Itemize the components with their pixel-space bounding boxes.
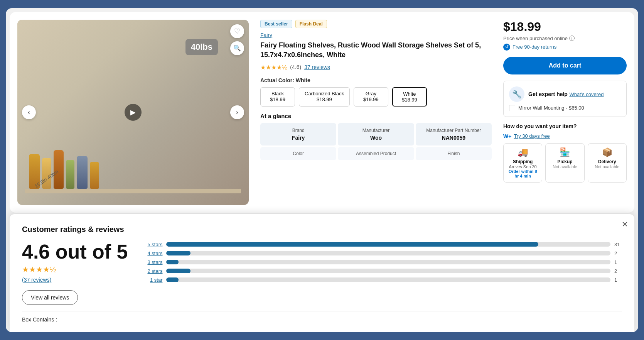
bar-fill-1 bbox=[166, 277, 178, 282]
delivery-unavail: Not available bbox=[590, 164, 624, 169]
bottle-6 bbox=[90, 162, 99, 189]
shipping-sub: Arrives Sep 20 bbox=[506, 164, 539, 169]
play-button[interactable]: ▶ bbox=[125, 104, 142, 121]
wishlist-button[interactable]: ♡ bbox=[230, 24, 244, 38]
glance-part-number: Manufacturer Part Number NAN0059 bbox=[416, 123, 492, 145]
bottle-5 bbox=[77, 156, 88, 189]
bar-label-3[interactable]: 3 stars bbox=[143, 259, 162, 265]
color-black[interactable]: Black $18.99 bbox=[260, 87, 295, 107]
delivery-icon: 📦 bbox=[590, 147, 624, 157]
color-label: Actual Color: White bbox=[260, 77, 492, 83]
pickup-icon: 🏪 bbox=[548, 147, 582, 157]
price-main: $18.99 bbox=[503, 20, 627, 34]
bar-label-5[interactable]: 5 stars bbox=[143, 242, 162, 247]
main-content: 15.8in 40cm ▶ 40lbs ♡ 🔍 ‹ › Best seller … bbox=[10, 12, 634, 213]
mirror-mounting-row: Mirror Wall Mounting - $65.00 bbox=[509, 105, 621, 111]
brand-link[interactable]: Fairy bbox=[260, 32, 492, 38]
bar-track-4 bbox=[166, 251, 610, 255]
bar-count-5: 31 bbox=[614, 242, 622, 247]
bar-label-2[interactable]: 2 stars bbox=[143, 268, 162, 274]
reviews-close-button[interactable]: ✕ bbox=[622, 220, 628, 229]
shelf-bar bbox=[25, 189, 241, 193]
color-gray-name: Gray bbox=[359, 91, 383, 96]
color-options: Black $18.99 Carbonized Black $18.99 Gra… bbox=[260, 87, 492, 107]
reviews-title: Customer ratings & reviews bbox=[22, 225, 622, 234]
at-a-glance-title: At a glance bbox=[260, 113, 492, 119]
star-rating: ★★★★½ bbox=[260, 64, 287, 71]
bar-row-1: 1 star 1 bbox=[143, 277, 622, 283]
shipping-title: Shipping bbox=[506, 159, 539, 164]
price-sub-label: Price when purchased online bbox=[503, 36, 568, 41]
shipping-card[interactable]: 🚚 Shipping Arrives Sep 20 Order within 8… bbox=[503, 143, 542, 183]
pickup-title: Pickup bbox=[548, 159, 582, 164]
reviews-overlay: ✕ Customer ratings & reviews 4.6 out of … bbox=[10, 214, 634, 332]
product-image-section: 15.8in 40cm ▶ 40lbs ♡ 🔍 ‹ › bbox=[17, 20, 249, 205]
bar-fill-2 bbox=[166, 269, 190, 273]
bar-track-3 bbox=[166, 260, 610, 264]
glance-part-number-value: NAN0059 bbox=[420, 135, 488, 141]
color-white[interactable]: White $18.99 bbox=[392, 87, 427, 107]
color-black-price: $18.99 bbox=[266, 96, 289, 102]
color-black-name: Black bbox=[266, 91, 289, 96]
glance-assembled: Assembled Product bbox=[338, 147, 414, 160]
color-carbonized-price: $18.99 bbox=[305, 96, 344, 102]
rating-row: ★★★★½ (4.6) 37 reviews bbox=[260, 64, 492, 71]
pickup-card[interactable]: 🏪 Pickup Not available bbox=[545, 143, 584, 183]
bar-row-4: 4 stars 2 bbox=[143, 250, 622, 256]
glance-finish-label: Finish bbox=[420, 151, 488, 156]
delivery-card[interactable]: 📦 Delivery Not available bbox=[588, 143, 627, 183]
shelf-visual bbox=[25, 132, 241, 193]
view-all-reviews-button[interactable]: View all reviews bbox=[22, 290, 78, 305]
bar-count-2: 2 bbox=[614, 268, 622, 274]
pickup-unavail: Not available bbox=[548, 164, 582, 169]
glance-grid: Brand Fairy Manufacturer Woo Manufacture… bbox=[260, 123, 492, 145]
next-image-button[interactable]: › bbox=[230, 105, 244, 119]
reviews-link[interactable]: 37 reviews bbox=[304, 64, 330, 70]
bar-count-3: 1 bbox=[614, 259, 622, 265]
reviews-count-link[interactable]: (37 reviews) bbox=[22, 277, 51, 283]
expert-help-box: 🔧 Get expert help What's covered Mirror … bbox=[503, 81, 627, 117]
mirror-checkbox[interactable] bbox=[509, 105, 515, 111]
bar-track-1 bbox=[166, 277, 610, 282]
try-free-link[interactable]: Try 30 days free bbox=[514, 133, 550, 139]
reviews-bars: 5 stars 31 4 stars 2 3 stars bbox=[143, 242, 622, 286]
bar-row-5: 5 stars 31 bbox=[143, 242, 622, 247]
mirror-mounting-label: Mirror Wall Mounting - $65.00 bbox=[518, 105, 584, 111]
bar-fill-4 bbox=[166, 251, 190, 255]
glance-finish: Finish bbox=[416, 147, 492, 160]
color-label-text: Actual Color: bbox=[260, 77, 294, 83]
reviews-body: 4.6 out of 5 ★★★★½ (37 reviews) View all… bbox=[22, 242, 622, 305]
product-details: Best seller Flash Deal Fairy Fairy Float… bbox=[256, 20, 496, 205]
bar-track-2 bbox=[166, 269, 610, 273]
walmart-plus-row: W+ Try 30 days free bbox=[503, 133, 627, 139]
bar-row-2: 2 stars 2 bbox=[143, 268, 622, 274]
bar-label-1[interactable]: 1 star bbox=[143, 277, 162, 283]
delivery-title: Delivery bbox=[590, 159, 624, 164]
returns-icon: ↺ bbox=[503, 44, 510, 51]
glance-color-label: Color bbox=[264, 151, 332, 156]
whats-covered-link[interactable]: What's covered bbox=[569, 91, 604, 97]
zoom-button[interactable]: 🔍 bbox=[230, 41, 244, 55]
info-icon[interactable]: i bbox=[569, 36, 575, 41]
bar-label-4[interactable]: 4 stars bbox=[143, 250, 162, 256]
color-white-price: $18.99 bbox=[398, 97, 421, 103]
bestseller-badge: Best seller bbox=[260, 20, 292, 28]
color-carbonized-black[interactable]: Carbonized Black $18.99 bbox=[299, 87, 350, 107]
color-gray[interactable]: Gray $19.99 bbox=[354, 87, 388, 107]
product-title: Fairy Floating Shelves, Rustic Wood Wall… bbox=[260, 41, 492, 60]
reviews-left: 4.6 out of 5 ★★★★½ (37 reviews) View all… bbox=[22, 242, 128, 305]
add-to-cart-button[interactable]: Add to cart bbox=[503, 57, 627, 74]
bottle-4 bbox=[66, 160, 74, 189]
rating-number: (4.6) bbox=[290, 64, 301, 70]
box-contains-label: Box Contains : bbox=[22, 316, 57, 323]
bar-count-1: 1 bbox=[614, 277, 622, 283]
color-white-name: White bbox=[398, 91, 421, 97]
glance-brand: Brand Fairy bbox=[260, 123, 336, 145]
bar-track-5 bbox=[166, 242, 610, 247]
reviews-stars: ★★★★½ bbox=[22, 265, 128, 274]
shipping-icon: 🚚 bbox=[506, 147, 539, 157]
bar-count-4: 2 bbox=[614, 250, 622, 256]
prev-image-button[interactable]: ‹ bbox=[22, 105, 36, 119]
free-returns: ↺ Free 90-day returns bbox=[503, 44, 627, 51]
color-carbonized-name: Carbonized Black bbox=[305, 91, 344, 96]
